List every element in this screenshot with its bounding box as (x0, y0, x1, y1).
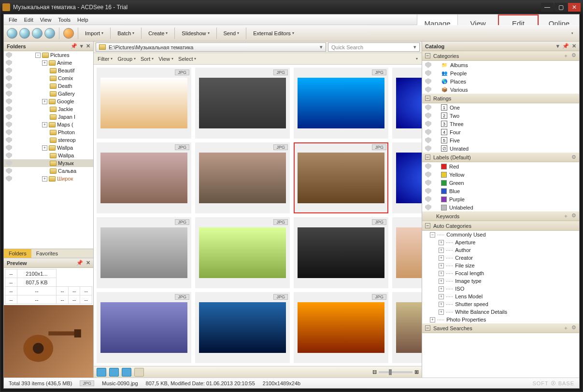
thumbnail[interactable]: JPG (392, 142, 422, 213)
menu-tools[interactable]: Tools (58, 17, 71, 23)
label-row[interactable]: Blue (422, 187, 579, 195)
auto-cat-row[interactable]: +·····Creator (422, 254, 579, 262)
auto-cat-row[interactable]: +·····Shutter speed (422, 300, 579, 308)
folder-row[interactable]: +Wallpa (4, 144, 93, 152)
expand-icon[interactable]: + (42, 99, 47, 104)
section-header[interactable]: Keywords＋⚙ (422, 211, 579, 221)
category-row[interactable]: 👥People (422, 69, 579, 77)
menu-view[interactable]: View (40, 17, 52, 23)
toolbar-send[interactable]: Send (221, 30, 242, 36)
auto-cat-row[interactable]: +·····Author (422, 246, 579, 254)
thumbnail[interactable]: JPG (294, 292, 388, 363)
rating-row[interactable]: 5Five (422, 136, 579, 144)
label-row[interactable]: Red (422, 162, 579, 170)
folder-row[interactable]: stereop (4, 136, 93, 144)
folder-row[interactable]: Сальва (4, 167, 93, 175)
path-input[interactable]: E:\Pictures\Музыкальная тематика▾ (96, 42, 326, 52)
rating-row[interactable]: 1One (422, 103, 579, 112)
expand-icon[interactable]: + (42, 145, 47, 151)
zoom-out-button[interactable]: ⊟ (372, 369, 377, 375)
add-icon[interactable]: ＋ (563, 324, 569, 332)
menu-file[interactable]: File (9, 17, 17, 23)
title-bar[interactable]: Музыкальная тематика - ACDSee 16 - Trial… (0, 0, 583, 14)
rating-row[interactable]: ∅Unrated (422, 144, 579, 153)
folder-row[interactable]: -Pictures (4, 51, 93, 59)
rotate-right-button[interactable] (109, 368, 119, 377)
thumbnail[interactable]: JPG (195, 292, 290, 363)
section-header[interactable]: −Auto Categories (422, 221, 579, 231)
tab-folders[interactable]: Folders (4, 249, 31, 258)
folder-row[interactable]: Japan I (4, 113, 93, 121)
sort-menu[interactable]: Sort (141, 56, 154, 62)
section-header[interactable]: −Ratings (422, 94, 579, 103)
home-button[interactable] (7, 28, 17, 39)
browse-button[interactable] (63, 28, 74, 39)
folder-row[interactable]: Jackie (4, 105, 93, 113)
pin-icon[interactable]: 📌 (562, 43, 569, 49)
back-button[interactable] (19, 28, 30, 39)
forward-button[interactable] (32, 28, 43, 39)
gear-icon[interactable]: ⚙ (571, 212, 576, 220)
view-menu[interactable]: View (158, 56, 173, 62)
thumbnail[interactable]: JPG (195, 217, 290, 288)
group-menu[interactable]: Group (117, 56, 136, 62)
rotate-left-button[interactable] (97, 368, 106, 377)
panel-menu-icon[interactable]: ▾ (556, 43, 559, 49)
thumbnail[interactable]: JPG (392, 217, 422, 288)
pin-icon[interactable]: 📌 (76, 260, 83, 266)
category-row[interactable]: 📁Albums (422, 61, 579, 69)
toolbar-external[interactable]: External Editors (250, 30, 297, 36)
filter-menu[interactable]: Filter (98, 56, 113, 62)
menu-help[interactable]: Help (77, 17, 88, 23)
auto-cat-row[interactable]: +·····Aperture (422, 238, 579, 246)
auto-cat-row[interactable]: +·····File size (422, 262, 579, 269)
folder-row[interactable]: Музык (4, 159, 93, 167)
section-header[interactable]: −Categories＋⚙ (422, 51, 579, 61)
add-icon[interactable]: ＋ (563, 52, 569, 59)
thumbnail[interactable]: JPG (294, 217, 388, 288)
label-row[interactable]: Green (422, 179, 579, 187)
gear-icon[interactable]: ⚙ (571, 52, 576, 59)
catalog-body[interactable]: −Categories＋⚙📁Albums👥People🌎Places📦Vario… (422, 51, 579, 378)
panel-close-icon[interactable]: ✕ (572, 43, 576, 49)
up-button[interactable] (44, 28, 55, 39)
toolbar-create[interactable]: Create (145, 30, 171, 36)
options-button[interactable] (134, 368, 144, 377)
folder-row[interactable]: +Широк (4, 175, 93, 182)
thumbnail[interactable]: JPG (294, 142, 388, 213)
thumbnail[interactable]: JPG (392, 292, 422, 363)
rating-row[interactable]: 2Two (422, 112, 579, 120)
menu-edit[interactable]: Edit (24, 17, 33, 23)
expand-icon[interactable]: + (42, 176, 47, 182)
label-row[interactable]: Unlabeled (422, 203, 579, 211)
auto-cat-row[interactable]: +·····ISO (422, 285, 579, 293)
thumbnail[interactable]: JPG (195, 68, 290, 139)
search-input[interactable]: Quick Search▾ (328, 42, 420, 52)
auto-cat-row[interactable]: +·····Focal length (422, 269, 579, 277)
folder-tree[interactable]: -Pictures+AnimeBeautifComixDeathGallery+… (4, 51, 93, 249)
folder-row[interactable]: +Maps ( (4, 121, 93, 128)
folder-row[interactable]: Comix (4, 74, 93, 82)
label-row[interactable]: Purple (422, 195, 579, 203)
maximize-button[interactable]: ▢ (555, 3, 567, 12)
gear-icon[interactable]: ⚙ (571, 324, 576, 332)
tab-favorites[interactable]: Favorites (31, 249, 63, 258)
panel-close-icon[interactable]: ✕ (86, 260, 90, 266)
category-row[interactable]: 🌎Places (422, 77, 579, 85)
folder-row[interactable]: Death (4, 82, 93, 90)
folder-row[interactable]: Beautif (4, 67, 93, 74)
toolbar-import[interactable]: Import (82, 30, 106, 36)
auto-cat-row[interactable]: −·····Commonly Used (422, 231, 579, 238)
thumbnail[interactable]: JPG (97, 217, 191, 288)
auto-cat-row[interactable]: +·····Lens Model (422, 293, 579, 300)
zoom-slider[interactable] (379, 371, 412, 373)
label-row[interactable]: Yellow (422, 170, 579, 179)
thumbnail[interactable]: JPG (97, 68, 191, 139)
thumbnail-grid[interactable]: JPGJPGJPGJPGJPGJPGJPGJPGJPGJPGJPGJPGJPGJ… (94, 65, 422, 366)
gear-icon[interactable]: ⚙ (571, 154, 576, 160)
add-icon[interactable]: ＋ (563, 212, 569, 220)
thumbnail[interactable]: JPG (97, 142, 191, 213)
close-button[interactable]: ✕ (568, 3, 581, 12)
rating-row[interactable]: 4Four (422, 128, 579, 136)
panel-menu-icon[interactable]: ▾ (80, 43, 83, 49)
